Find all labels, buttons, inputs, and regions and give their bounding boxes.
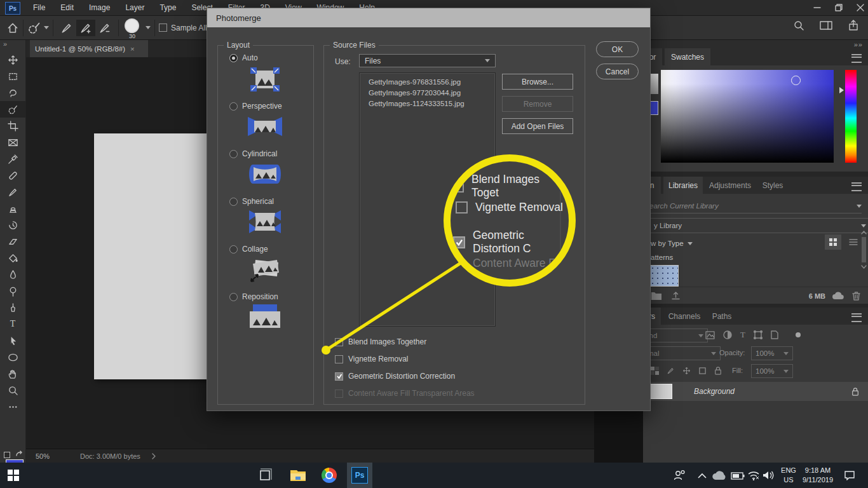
- hue-slider-arrow[interactable]: [839, 87, 844, 93]
- path-select-tool[interactable]: [0, 332, 25, 349]
- tray-expand-chevron-icon[interactable]: [698, 473, 707, 478]
- radio-cylindrical[interactable]: [229, 150, 238, 158]
- cloud-sync-icon[interactable]: [832, 292, 844, 300]
- tab-swatches[interactable]: Swatches: [665, 48, 710, 65]
- menu-type[interactable]: Type: [152, 0, 184, 15]
- dialog-title-bar[interactable]: Photomerge: [207, 8, 650, 27]
- chevron-down-icon[interactable]: [146, 26, 151, 29]
- filter-shape-icon[interactable]: [754, 330, 763, 339]
- workspace-icon[interactable]: [820, 20, 832, 31]
- tab-libraries[interactable]: Libraries: [663, 177, 703, 194]
- brush-mode-add-button[interactable]: [76, 20, 95, 36]
- tab-channels[interactable]: Channels: [665, 308, 704, 325]
- library-select[interactable]: y Library: [649, 218, 868, 233]
- layout-option-collage[interactable]: Collage: [229, 245, 268, 254]
- onedrive-icon[interactable]: [712, 471, 727, 480]
- tab-adjustments[interactable]: Adjustments: [705, 177, 755, 194]
- status-chevron-icon[interactable]: [151, 452, 157, 460]
- pen-tool[interactable]: [0, 299, 25, 316]
- list-view-button[interactable]: [845, 234, 862, 250]
- menu-file[interactable]: File: [25, 0, 53, 15]
- sample-all-layers-toggle[interactable]: Sample All L: [159, 24, 214, 32]
- browse-button[interactable]: Browse...: [502, 74, 573, 90]
- document-tab[interactable]: Untitled-1 @ 50% (RGB/8#) ×: [30, 40, 148, 57]
- tab-styles[interactable]: Styles: [757, 177, 788, 194]
- patterns-scrollbar[interactable]: [861, 231, 867, 288]
- remove-button[interactable]: Remove: [502, 96, 573, 112]
- filter-type-icon[interactable]: T: [740, 330, 745, 340]
- library-search-field[interactable]: earch Current Library: [649, 199, 862, 214]
- lock-artboard-icon[interactable]: [698, 367, 707, 375]
- move-tool[interactable]: [0, 51, 25, 68]
- tool-preset-picker[interactable]: [27, 21, 49, 35]
- eyedropper-tool[interactable]: [0, 151, 25, 167]
- lock-position-icon[interactable]: [682, 367, 691, 375]
- history-brush-tool[interactable]: [0, 217, 25, 233]
- layout-option-auto[interactable]: Auto: [229, 53, 258, 62]
- use-dropdown[interactable]: Files: [359, 54, 496, 67]
- default-colors-icon[interactable]: [4, 452, 10, 458]
- volume-icon[interactable]: [763, 470, 775, 480]
- radio-perspective[interactable]: [229, 102, 238, 111]
- clock[interactable]: 9:18 AM9/11/2019: [799, 466, 836, 485]
- task-view-icon[interactable]: [258, 468, 272, 482]
- geometric-distortion-checkbox[interactable]: [335, 372, 343, 381]
- quick-selection-tool[interactable]: [0, 101, 25, 118]
- lock-all-icon[interactable]: [714, 367, 722, 375]
- chrome-icon[interactable]: [322, 468, 337, 483]
- layout-auto-thumbnail[interactable]: [247, 65, 283, 94]
- file-item[interactable]: GettyImages-1124333515.jpg: [369, 98, 495, 109]
- layer-name[interactable]: Background: [694, 387, 735, 396]
- layout-perspective-thumbnail[interactable]: [247, 112, 283, 141]
- color-picker-ring[interactable]: [791, 76, 801, 85]
- shape-tool[interactable]: [0, 349, 25, 365]
- zoom-level[interactable]: 50%: [36, 452, 50, 460]
- layout-spherical-thumbnail[interactable]: [247, 207, 283, 236]
- blend-mode-select[interactable]: mal: [643, 346, 721, 360]
- zoom-tool[interactable]: [0, 382, 25, 398]
- scroll-up-icon[interactable]: [861, 231, 867, 234]
- brush-mode-normal-button[interactable]: [57, 20, 76, 36]
- layout-reposition-thumbnail[interactable]: [247, 302, 283, 332]
- upload-icon[interactable]: [671, 291, 681, 301]
- hue-slider[interactable]: [845, 70, 857, 163]
- opacity-value[interactable]: 100%: [751, 346, 793, 360]
- minimize-icon[interactable]: [813, 4, 821, 11]
- patterns-section-label[interactable]: atterns: [651, 254, 673, 261]
- fill-value[interactable]: 100%: [751, 364, 793, 378]
- lock-transparency-icon[interactable]: [651, 367, 659, 375]
- brush-size-picker[interactable]: 30: [123, 17, 142, 39]
- home-icon[interactable]: [6, 22, 19, 34]
- language-indicator[interactable]: ENGUS: [778, 466, 799, 485]
- marquee-tool[interactable]: [0, 68, 25, 85]
- grid-view-button[interactable]: [825, 234, 841, 250]
- layer-filter-kind-select[interactable]: ind: [643, 329, 708, 342]
- dodge-tool[interactable]: [0, 283, 25, 299]
- battery-icon[interactable]: [731, 472, 745, 480]
- layout-option-perspective[interactable]: Perspective: [229, 102, 282, 111]
- folder-icon[interactable]: [651, 291, 662, 301]
- file-explorer-icon[interactable]: [290, 468, 306, 482]
- vignette-removal-option[interactable]: Vignette Removal: [335, 355, 409, 363]
- layout-collage-thumbnail[interactable]: [247, 255, 283, 284]
- panel-menu-icon[interactable]: [851, 313, 862, 322]
- collapse-dock-icon[interactable]: »»: [854, 41, 863, 48]
- tab-paths[interactable]: Paths: [708, 308, 736, 325]
- geometric-distortion-option[interactable]: Geometric Distortion Correction: [335, 372, 455, 381]
- scrollbar-thumb[interactable]: [862, 237, 866, 262]
- blend-images-checkbox[interactable]: [335, 338, 343, 346]
- healing-brush-tool[interactable]: [0, 167, 25, 184]
- blur-tool[interactable]: [0, 266, 25, 283]
- layout-cylindrical-thumbnail[interactable]: [247, 159, 283, 189]
- frame-tool[interactable]: [0, 134, 25, 151]
- brush-tool[interactable]: [0, 184, 25, 200]
- eraser-tool[interactable]: [0, 233, 25, 250]
- filter-smart-object-icon[interactable]: [771, 330, 778, 339]
- share-icon[interactable]: [848, 20, 859, 31]
- ok-button[interactable]: OK: [596, 41, 639, 57]
- menu-image[interactable]: Image: [81, 0, 118, 15]
- lock-pixels-icon[interactable]: [667, 367, 675, 375]
- lasso-tool[interactable]: [0, 85, 25, 101]
- people-icon[interactable]: [674, 470, 686, 481]
- menu-edit[interactable]: Edit: [53, 0, 81, 15]
